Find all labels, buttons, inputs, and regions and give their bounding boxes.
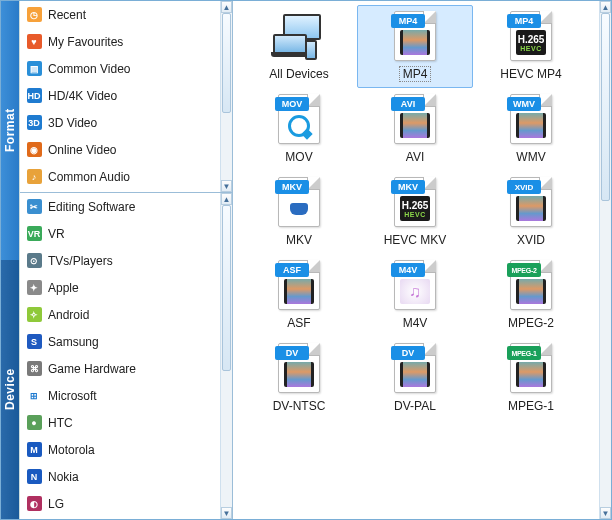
tile-label: AVI	[402, 149, 428, 165]
sidebar-item-3d-video[interactable]: 3D 3D Video	[20, 109, 220, 136]
sidebar-item-lg[interactable]: ◐ LG	[20, 490, 220, 517]
scroll-track[interactable]	[221, 13, 232, 180]
format-tag: MPEG-1	[507, 346, 541, 360]
scroll-down-icon[interactable]: ▼	[221, 507, 232, 519]
sidebar-item-android[interactable]: ✧ Android	[20, 301, 220, 328]
sidebar-item-label: Android	[48, 308, 89, 322]
format-grid: All Devices MP4 MP4 MP4H.265HEVC HEVC MP…	[233, 1, 597, 424]
heart-icon: ♥	[26, 34, 42, 50]
format-tile-hevc-mp4[interactable]: MP4H.265HEVC HEVC MP4	[473, 5, 589, 88]
scroll-thumb[interactable]	[222, 13, 231, 113]
sidebar-item-my-favourites[interactable]: ♥ My Favourites	[20, 28, 220, 55]
sidebar-item-label: Recent	[48, 8, 86, 22]
film-blue-icon: ▤	[26, 61, 42, 77]
scroll-track[interactable]	[600, 13, 611, 507]
file-icon: XVID	[510, 177, 552, 227]
recent-icon: ◷	[26, 7, 42, 23]
vtab-format[interactable]: Format	[1, 1, 19, 260]
nokia-icon: N	[26, 469, 42, 485]
format-tag: WMV	[507, 97, 541, 111]
sidebar-item-label: Motorola	[48, 443, 95, 457]
tile-label: M4V	[399, 315, 432, 331]
format-tag: MKV	[275, 180, 309, 194]
format-tile-asf[interactable]: ASF ASF	[241, 254, 357, 337]
tile-icon-wrap: MKVH.265HEVC	[389, 176, 441, 228]
file-icon: WMV	[510, 94, 552, 144]
scroll-thumb[interactable]	[601, 13, 610, 201]
sidebar-item-motorola[interactable]: M Motorola	[20, 436, 220, 463]
sidebar-item-nokia[interactable]: N Nokia	[20, 463, 220, 490]
format-category-box: ◷ Recent ♥ My Favourites ▤ Common Video …	[20, 1, 232, 193]
format-tile-mpeg-1[interactable]: MPEG-1 MPEG-1	[473, 337, 589, 420]
scroll-thumb[interactable]	[222, 205, 231, 371]
sidebar-item-tvs-players[interactable]: ⊙ TVs/Players	[20, 247, 220, 274]
format-tile-hevc-mkv[interactable]: MKVH.265HEVC HEVC MKV	[357, 171, 473, 254]
sidebar-item-game-hardware[interactable]: ⌘ Game Hardware	[20, 355, 220, 382]
vtab-device[interactable]: Device	[1, 260, 19, 519]
lg-icon: ◐	[26, 496, 42, 512]
tile-icon-wrap: MPEG-1	[505, 342, 557, 394]
tile-label: All Devices	[265, 66, 332, 82]
sidebar-item-common-video[interactable]: ▤ Common Video	[20, 55, 220, 82]
tile-label: MPEG-1	[504, 398, 558, 414]
tile-label: MP4	[399, 66, 432, 82]
device-category-box: ✂ Editing Software VR VR ⊙ TVs/Players ✦…	[20, 193, 232, 519]
hd-icon: HD	[26, 88, 42, 104]
game-icon: ⌘	[26, 361, 42, 377]
sidebar-item-label: TVs/Players	[48, 254, 113, 268]
format-tile-m4v[interactable]: M4V♫ M4V	[357, 254, 473, 337]
tile-icon-wrap: M4V♫	[389, 259, 441, 311]
format-tile-xvid[interactable]: XVID XVID	[473, 171, 589, 254]
sidebar-item-label: Samsung	[48, 335, 99, 349]
format-category-list: ◷ Recent ♥ My Favourites ▤ Common Video …	[20, 1, 220, 192]
format-tile-all-devices[interactable]: All Devices	[241, 5, 357, 88]
sidebar-item-label: Apple	[48, 281, 79, 295]
scroll-up-icon[interactable]: ▲	[600, 1, 611, 13]
tile-label: ASF	[283, 315, 314, 331]
sidebar-item-vr[interactable]: VR VR	[20, 220, 220, 247]
sidebar-item-microsoft[interactable]: ⊞ Microsoft	[20, 382, 220, 409]
vertical-tabs: Format Device	[1, 1, 19, 519]
sidebar-item-label: Game Hardware	[48, 362, 136, 376]
sidebar-item-htc[interactable]: ● HTC	[20, 409, 220, 436]
format-tile-mpeg-2[interactable]: MPEG-2 MPEG-2	[473, 254, 589, 337]
format-tile-mkv[interactable]: MKV MKV	[241, 171, 357, 254]
scrollbar[interactable]: ▲ ▼	[599, 1, 611, 519]
sidebar-item-common-audio[interactable]: ♪ Common Audio	[20, 163, 220, 190]
scroll-down-icon[interactable]: ▼	[600, 507, 611, 519]
format-tile-mp4[interactable]: MP4 MP4	[357, 5, 473, 88]
sidebar-item-blackberry[interactable]: ▪ BlackBerry	[20, 517, 220, 519]
scroll-track[interactable]	[221, 205, 232, 507]
format-tile-wmv[interactable]: WMV WMV	[473, 88, 589, 171]
scrollbar[interactable]: ▲ ▼	[220, 1, 232, 192]
file-icon: M4V♫	[394, 260, 436, 310]
sidebar-item-samsung[interactable]: S Samsung	[20, 328, 220, 355]
tile-icon-wrap: ASF	[273, 259, 325, 311]
tile-label: MKV	[282, 232, 316, 248]
device-category-list: ✂ Editing Software VR VR ⊙ TVs/Players ✦…	[20, 193, 220, 519]
sidebar-item-label: 3D Video	[48, 116, 97, 130]
sidebar-item-online-video[interactable]: ◉ Online Video	[20, 136, 220, 163]
format-tile-dv-ntsc[interactable]: DV DV-NTSC	[241, 337, 357, 420]
sidebar-item-apple[interactable]: ✦ Apple	[20, 274, 220, 301]
file-icon: ASF	[278, 260, 320, 310]
scroll-down-icon[interactable]: ▼	[221, 180, 232, 192]
sidebar-item-label: Microsoft	[48, 389, 97, 403]
sidebar-item-label: Common Audio	[48, 170, 130, 184]
format-tag: MOV	[275, 97, 309, 111]
sidebar-item-recent[interactable]: ◷ Recent	[20, 1, 220, 28]
scroll-up-icon[interactable]: ▲	[221, 193, 232, 205]
fire-icon: ◉	[26, 142, 42, 158]
format-tag: MP4	[391, 14, 425, 28]
tile-icon-wrap: MP4H.265HEVC	[505, 10, 557, 62]
format-tile-dv-pal[interactable]: DV DV-PAL	[357, 337, 473, 420]
format-tile-mov[interactable]: MOV MOV	[241, 88, 357, 171]
sidebar-item-editing-software[interactable]: ✂ Editing Software	[20, 193, 220, 220]
file-icon: MOV	[278, 94, 320, 144]
sidebar-item-hd-4k-video[interactable]: HD HD/4K Video	[20, 82, 220, 109]
scrollbar[interactable]: ▲ ▼	[220, 193, 232, 519]
scroll-up-icon[interactable]: ▲	[221, 1, 232, 13]
format-tile-avi[interactable]: AVI AVI	[357, 88, 473, 171]
file-icon: MKVH.265HEVC	[394, 177, 436, 227]
tile-icon-wrap: MKV	[273, 176, 325, 228]
